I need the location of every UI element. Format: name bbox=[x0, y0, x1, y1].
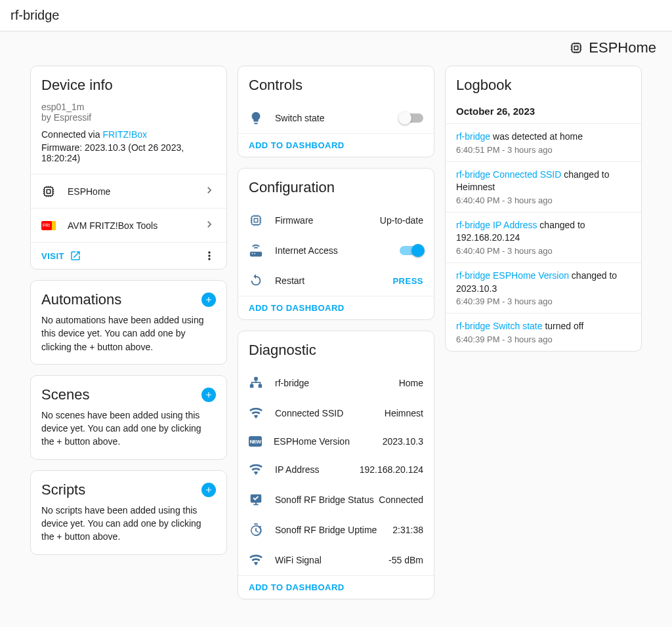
device-info-title: Device info bbox=[41, 77, 216, 94]
logbook-entry-meta: 6:40:39 PM - 3 hours ago bbox=[456, 334, 631, 344]
add-automation-button[interactable] bbox=[201, 293, 216, 307]
diagnostic-value: 2023.10.3 bbox=[383, 436, 423, 447]
diagnostic-label: Sonoff RF Bridge Uptime bbox=[275, 525, 377, 535]
device-firmware: Firmware: 2023.10.3 (Oct 26 2023, 18:20:… bbox=[41, 142, 216, 163]
diagnostic-row[interactable]: Connected SSIDHeimnest bbox=[238, 398, 434, 428]
switch-state-toggle[interactable] bbox=[400, 113, 423, 123]
logbook-entry[interactable]: rf-bridge was detected at home6:40:51 PM… bbox=[446, 123, 641, 161]
logbook-entity-link[interactable]: rf-bridge bbox=[456, 131, 490, 142]
logbook-entry[interactable]: rf-bridge Connected SSID changed to Heim… bbox=[446, 161, 641, 212]
logbook-date: October 26, 2023 bbox=[446, 103, 641, 123]
card-diagnostic: Diagnostic rf-bridgeHomeConnected SSIDHe… bbox=[238, 331, 434, 599]
chip-icon bbox=[249, 213, 263, 228]
integration-esphome[interactable]: ESPHome bbox=[31, 174, 226, 208]
automations-placeholder: No automations have been added using thi… bbox=[31, 314, 226, 364]
logbook-entry[interactable]: rf-bridge ESPHome Version changed to 202… bbox=[446, 262, 641, 313]
diagnostic-label: Connected SSID bbox=[275, 408, 343, 418]
logbook-entity-link[interactable]: rf-bridge Switch state bbox=[456, 321, 543, 331]
diagnostic-value: Home bbox=[399, 378, 423, 388]
card-logbook: Logbook October 26, 2023 rf-bridge was d… bbox=[445, 66, 642, 352]
brand-esphome[interactable]: ESPHome bbox=[568, 39, 656, 56]
diagnostic-label: WiFi Signal bbox=[275, 555, 322, 565]
logbook-entity-link[interactable]: rf-bridge ESPHome Version bbox=[456, 270, 569, 281]
fritz-icon: FR! bbox=[41, 218, 56, 233]
check-net-icon bbox=[249, 493, 263, 507]
diagnostic-title: Diagnostic bbox=[249, 342, 423, 359]
visit-button[interactable]: VISIT bbox=[41, 250, 81, 262]
wifi-icon bbox=[249, 553, 263, 567]
internet-access-toggle[interactable] bbox=[400, 246, 423, 255]
diagnostic-label: IP Address bbox=[275, 464, 319, 475]
configuration-title: Configuration bbox=[249, 179, 423, 196]
device-manufacturer: by Espressif bbox=[41, 112, 216, 123]
diagnostic-row[interactable]: Sonoff RF Bridge Uptime2:31:38 bbox=[238, 515, 434, 545]
diagnostic-label: rf-bridge bbox=[275, 378, 309, 388]
firmware-value: Up-to-date bbox=[380, 215, 423, 226]
switch-state-label: Switch state bbox=[275, 113, 324, 123]
new-badge-icon: NEW bbox=[249, 436, 262, 447]
controls-title: Controls bbox=[249, 77, 423, 94]
scenes-placeholder: No scenes have been added using this dev… bbox=[31, 409, 226, 459]
diagnostic-label: Sonoff RF Bridge Status bbox=[275, 495, 374, 505]
lan-icon bbox=[249, 376, 263, 390]
diagnostic-value: Connected bbox=[379, 495, 423, 505]
logbook-entry-meta: 6:40:39 PM - 3 hours ago bbox=[456, 296, 631, 306]
controls-add-dashboard-button[interactable]: ADD TO DASHBOARD bbox=[249, 140, 345, 150]
diagnostic-row[interactable]: rf-bridgeHome bbox=[238, 368, 434, 398]
diagnostic-row[interactable]: Sonoff RF Bridge StatusConnected bbox=[238, 485, 434, 515]
restart-label: Restart bbox=[275, 275, 304, 286]
logbook-entry-meta: 6:40:51 PM - 3 hours ago bbox=[456, 145, 631, 155]
esphome-chip-icon bbox=[568, 40, 585, 56]
logbook-entity-link[interactable]: rf-bridge IP Address bbox=[456, 220, 537, 230]
logbook-entity-link[interactable]: rf-bridge Connected SSID bbox=[456, 169, 561, 180]
restart-icon bbox=[249, 273, 263, 288]
wifi-icon bbox=[249, 462, 263, 477]
restart-press-button[interactable]: PRESS bbox=[392, 276, 423, 286]
device-model: esp01_1m bbox=[41, 102, 216, 112]
integration-label: AVM FRITZ!Box Tools bbox=[68, 220, 158, 231]
diagnostic-row[interactable]: NEWESPHome Version2023.10.3 bbox=[238, 428, 434, 455]
diagnostic-row[interactable]: IP Address192.168.20.124 bbox=[238, 455, 434, 485]
logbook-entry[interactable]: rf-bridge IP Address changed to 192.168.… bbox=[446, 212, 641, 262]
card-scenes: Scenes No scenes have been added using t… bbox=[30, 375, 227, 460]
wifi-fill-icon bbox=[249, 406, 263, 420]
router-icon bbox=[249, 243, 263, 258]
card-automations: Automations No automations have been add… bbox=[30, 280, 227, 365]
esphome-icon bbox=[41, 184, 56, 199]
chevron-right-icon bbox=[203, 184, 216, 199]
diagnostic-label: ESPHome Version bbox=[274, 436, 350, 447]
scenes-title: Scenes bbox=[41, 386, 89, 403]
diagnostic-row[interactable]: WiFi Signal-55 dBm bbox=[238, 545, 434, 575]
row-internet-access: Internet Access bbox=[238, 235, 434, 266]
scripts-placeholder: No scripts have been added using this de… bbox=[31, 504, 226, 554]
logbook-title: Logbook bbox=[456, 77, 631, 94]
configuration-add-dashboard-button[interactable]: ADD TO DASHBOARD bbox=[249, 303, 345, 313]
row-firmware[interactable]: Firmware Up-to-date bbox=[238, 205, 434, 235]
more-menu-button[interactable] bbox=[203, 249, 216, 262]
card-controls: Controls Switch state ADD TO DASHBOARD bbox=[238, 66, 434, 157]
automations-title: Automations bbox=[41, 291, 121, 308]
diagnostic-add-dashboard-button[interactable]: ADD TO DASHBOARD bbox=[249, 582, 345, 592]
internet-access-label: Internet Access bbox=[275, 245, 338, 256]
timer-icon bbox=[249, 523, 263, 537]
card-scripts: Scripts No scripts have been added using… bbox=[30, 470, 227, 555]
diagnostic-value: Heimnest bbox=[385, 408, 423, 418]
logbook-entry[interactable]: rf-bridge Switch state turned off6:40:39… bbox=[446, 313, 641, 351]
device-connected-via: Connected via FRITZ!Box bbox=[41, 129, 216, 140]
diagnostic-value: 192.168.20.124 bbox=[360, 464, 423, 475]
integration-fritz[interactable]: FR! AVM FRITZ!Box Tools bbox=[31, 208, 226, 242]
connected-via-link[interactable]: FRITZ!Box bbox=[102, 129, 147, 140]
firmware-label: Firmware bbox=[275, 215, 313, 226]
card-configuration: Configuration Firmware Up-to-date Intern… bbox=[238, 168, 434, 320]
logbook-entry-text: turned off bbox=[543, 321, 584, 331]
add-scene-button[interactable] bbox=[201, 388, 216, 402]
scripts-title: Scripts bbox=[41, 481, 85, 498]
add-script-button[interactable] bbox=[201, 483, 216, 497]
row-switch-state: Switch state bbox=[238, 103, 434, 133]
integration-label: ESPHome bbox=[68, 186, 110, 197]
logbook-entry-text: was detected at home bbox=[490, 131, 583, 142]
row-restart: Restart PRESS bbox=[238, 266, 434, 296]
lightbulb-icon bbox=[249, 111, 263, 125]
logbook-entry-meta: 6:40:40 PM - 3 hours ago bbox=[456, 195, 631, 205]
card-device-info: Device info esp01_1m by Espressif Connec… bbox=[30, 66, 227, 270]
